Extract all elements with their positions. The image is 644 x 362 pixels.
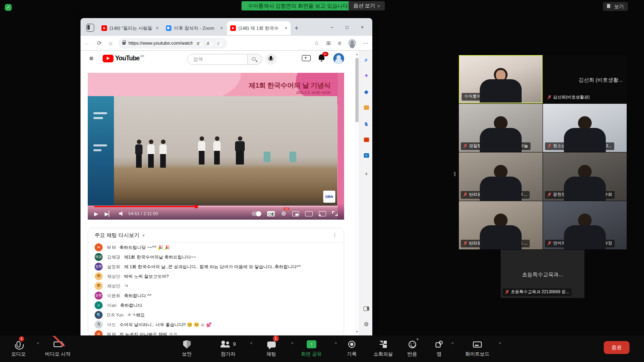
participant-tile[interactable]: 문헌정보학과 22214051 황주희: [543, 152, 627, 201]
participants-button[interactable]: 9 참가자: [221, 339, 236, 358]
browser-profile-avatar[interactable]: [348, 39, 356, 47]
yt-voice-search-button[interactable]: [265, 53, 277, 65]
participant-tile[interactable]: 반려동물산업학과 22216554 ...: [459, 152, 543, 201]
sidebar-add-icon[interactable]: +: [360, 171, 372, 177]
stage-left-banner: [88, 96, 114, 206]
audio-options-caret[interactable]: ^: [37, 342, 39, 346]
tab-close-icon[interactable]: ×: [156, 25, 159, 31]
end-meeting-button[interactable]: 종료: [604, 341, 630, 354]
split-screen-icon[interactable]: ⊞: [196, 41, 203, 46]
sidebar-office-icon[interactable]: [360, 137, 372, 143]
participant-tile[interactable]: 경찰행정학과 22082445 박하늘: [459, 104, 543, 152]
address-bar[interactable]: https://www.youtube.com/watch?a... ⊞ A ☆: [118, 38, 227, 49]
volume-icon[interactable]: [119, 211, 124, 216]
chat-text: 제 1회 한국수어의 날..큰 성과입니다.. 함께 라는 단어가 마음에 와 …: [124, 264, 301, 270]
browser-menu-icon[interactable]: ⋯: [363, 40, 369, 46]
sidebar-outlook-icon[interactable]: o: [360, 153, 372, 158]
scroll-down-icon[interactable]: ▾: [355, 330, 359, 333]
yt-search-input[interactable]: 검색: [187, 54, 248, 65]
chat-button[interactable]: 1 채팅: [266, 339, 276, 358]
yt-logo[interactable]: YouTube KR: [103, 55, 144, 62]
sidebar-panel-icon[interactable]: [360, 306, 372, 312]
security-button[interactable]: 보안: [182, 339, 192, 358]
autoplay-toggle[interactable]: [252, 212, 261, 216]
new-tab-button[interactable]: +: [295, 25, 298, 32]
sidebar-search-icon[interactable]: ⌕: [360, 56, 372, 63]
theater-mode-icon[interactable]: [305, 211, 313, 216]
breakout-grid-icon: [380, 341, 387, 348]
security-shield-icon[interactable]: ✓: [5, 4, 12, 11]
sidebar-tools-icon[interactable]: [360, 105, 372, 111]
fullscreen-icon[interactable]: [332, 211, 338, 216]
next-button[interactable]: ▶▏: [105, 211, 113, 217]
whiteboard-button[interactable]: 화이트보드: [465, 339, 489, 358]
participants-caret[interactable]: ^: [250, 342, 252, 346]
reactions-button[interactable]: + 반응: [407, 339, 417, 358]
participants-icon: [221, 341, 231, 348]
breakout-rooms-button[interactable]: 소회의실: [374, 339, 393, 358]
play-button[interactable]: ▶: [94, 211, 98, 217]
participant-tile-active-speaker[interactable]: 수어통역사 김항연: [459, 55, 543, 103]
participant-tile[interactable]: 언어치료학과 22133417 김유정: [543, 201, 627, 249]
view-options-button[interactable]: 옵션 보기∨: [349, 1, 385, 10]
share-screen-button[interactable]: ↑ 화면 공유: [301, 339, 322, 358]
whiteboard-caret[interactable]: ^: [499, 342, 501, 346]
participant-face: [496, 70, 506, 80]
yt-search-button[interactable]: [248, 54, 262, 65]
start-video-button[interactable]: 비디오 시작: [45, 339, 70, 358]
refresh-icon[interactable]: ⟳: [97, 40, 102, 46]
sidebar-shopping-icon[interactable]: ◆: [360, 88, 372, 95]
miniplayer-icon[interactable]: [292, 211, 299, 216]
yt-play-icon: [103, 55, 114, 62]
settings-gear-icon[interactable]: ⚙HD: [281, 210, 286, 217]
collections-icon[interactable]: ⊞: [326, 40, 331, 46]
share-caret[interactable]: ^: [335, 342, 337, 346]
captions-icon[interactable]: [267, 211, 275, 216]
sidebar-copilot-icon[interactable]: ✦: [360, 72, 372, 79]
yt-create-icon[interactable]: [302, 55, 311, 61]
chat-caret[interactable]: ^: [291, 342, 293, 346]
participant-tile[interactable]: 김선희 (비호생활... 김선희(비호생활관): [543, 55, 627, 103]
page-scrollbar-thumb[interactable]: [355, 58, 359, 122]
minimize-button[interactable]: −: [324, 21, 339, 33]
maximize-button[interactable]: □: [339, 21, 355, 33]
gallery-view-button[interactable]: 보기: [603, 2, 628, 11]
chat-menu-icon[interactable]: ⋮: [332, 232, 337, 238]
close-button[interactable]: ×: [355, 21, 370, 33]
plus-icon: +: [416, 337, 419, 341]
sidebar-settings-icon[interactable]: ⚙: [360, 321, 372, 327]
tab-close-icon[interactable]: ×: [285, 25, 287, 31]
read-aloud-icon[interactable]: A: [206, 41, 213, 46]
cast-icon[interactable]: [319, 211, 326, 216]
record-button[interactable]: 기록: [347, 339, 357, 358]
apps-caret[interactable]: ^: [452, 342, 454, 346]
tab-close-icon[interactable]: ×: [220, 25, 223, 31]
apps-button[interactable]: 앱: [436, 339, 443, 358]
chevron-down-icon[interactable]: ∨: [142, 233, 145, 237]
back-icon[interactable]: ←: [84, 40, 90, 46]
chat-replay-title[interactable]: 주요 채팅 다시보기: [95, 232, 139, 239]
progress-bar[interactable]: [94, 206, 338, 207]
favorite-star-icon[interactable]: ☆: [216, 41, 223, 46]
yt-hamburger-icon[interactable]: ≡: [89, 55, 93, 63]
chat-text: 축하합니다: [120, 302, 142, 309]
audio-button[interactable]: ! 오디오: [11, 339, 26, 358]
tab-zoom[interactable]: 이후 참석자 - Zoom ×: [163, 21, 226, 35]
panel-drag-handle[interactable]: ‖: [454, 171, 456, 177]
favorites-bar-icon[interactable]: ☆: [314, 40, 319, 46]
tab-title: (148) 제 1회 한국수: [238, 25, 283, 31]
tab-youtube-1[interactable]: (148) "들리는 사람들 ×: [98, 21, 162, 35]
scroll-up-icon[interactable]: ▴: [355, 52, 359, 56]
home-icon[interactable]: ⌂: [109, 40, 112, 46]
participant-tile[interactable]: 반려동물산업학과 22216541 ...: [459, 201, 543, 249]
yt-profile-avatar[interactable]: [333, 53, 344, 64]
tab-youtube-active[interactable]: (148) 제 1회 한국수 ×: [227, 21, 291, 35]
video-player[interactable]: 제1회 한국수어의 날 기념식 2021.2.3. 14:00~16:00 DB…: [88, 73, 344, 220]
chat-message: 윤희 이윤희 축하합니다 ^^: [88, 291, 344, 300]
extension-icon[interactable]: e: [338, 40, 341, 46]
tab-actions-icon[interactable]: [86, 24, 94, 32]
audio-alert-badge: !: [19, 336, 24, 341]
sidebar-games-icon[interactable]: ♞: [360, 121, 372, 127]
participant-tile[interactable]: 초등특수교육과... 초등특수교육과 22130669 문...: [501, 250, 584, 298]
participant-tile[interactable]: 청소년상담복지학과 2211183...: [543, 104, 627, 152]
